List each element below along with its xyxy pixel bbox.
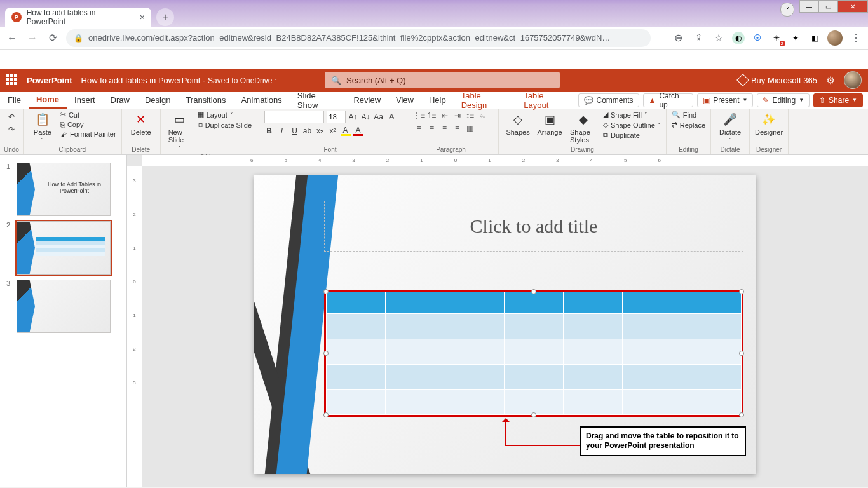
title-placeholder[interactable]: Click to add title	[324, 201, 743, 252]
chrome-profile-avatar[interactable]	[827, 30, 843, 46]
table[interactable]	[326, 292, 742, 415]
new-slide-button[interactable]: ▭New Slide˅	[166, 111, 194, 152]
shape-styles-button[interactable]: ◆Shape Styles	[567, 111, 599, 145]
tab-close-icon[interactable]: ×	[140, 12, 145, 22]
columns-icon[interactable]: ▥	[465, 123, 475, 133]
url-bar[interactable]: 🔒 onedrive.live.com/edit.aspx?action=edi…	[66, 29, 651, 47]
tab-transitions[interactable]: Transitions	[178, 92, 233, 109]
nav-forward-icon[interactable]: →	[25, 31, 39, 45]
settings-gear-icon[interactable]: ⚙	[826, 74, 835, 86]
bold-icon[interactable]: B	[264, 126, 275, 136]
resize-handle-w[interactable]	[323, 351, 329, 356]
window-close-button[interactable]: ✕	[837, 0, 868, 13]
format-painter-button[interactable]: 🖌Format Painter	[60, 130, 116, 138]
selected-table[interactable]	[324, 290, 743, 417]
resize-handle-se[interactable]	[739, 412, 744, 417]
shape-fill-button[interactable]: ◢Shape Fill˅	[603, 111, 661, 119]
cut-button[interactable]: ✂Cut	[60, 111, 116, 119]
strike-icon[interactable]: ab	[302, 126, 313, 136]
tab-insert[interactable]: Insert	[67, 92, 103, 109]
app-launcher-icon[interactable]	[6, 74, 18, 86]
tab-slideshow[interactable]: Slide Show	[290, 92, 346, 109]
italic-icon[interactable]: I	[277, 126, 287, 136]
paste-button[interactable]: 📋Paste˅	[29, 111, 57, 145]
resize-handle-s[interactable]	[531, 412, 536, 417]
justify-icon[interactable]: ≡	[452, 123, 463, 133]
replace-button[interactable]: ⇄Replace	[672, 121, 705, 129]
share-page-icon[interactable]: ⇪	[691, 31, 705, 45]
tab-table-design[interactable]: Table Design	[454, 92, 517, 109]
shape-outline-button[interactable]: ◇Shape Outline˅	[603, 121, 661, 129]
duplicate-slide-button[interactable]: ⧉Duplicate Slide	[198, 121, 252, 129]
window-minimize-button[interactable]: —	[799, 0, 818, 13]
find-button[interactable]: 🔍Find	[672, 111, 705, 119]
duplicate-shape-button[interactable]: ⧉Duplicate	[603, 131, 661, 139]
comments-button[interactable]: 💬Comments	[578, 93, 639, 107]
align-center-icon[interactable]: ≡	[427, 123, 437, 133]
resize-handle-n[interactable]	[531, 289, 536, 294]
tab-help[interactable]: Help	[421, 92, 454, 109]
editing-mode-button[interactable]: ✎Editing▼	[757, 93, 810, 107]
text-direction-icon[interactable]: ⎁	[478, 111, 488, 121]
browser-tab-active[interactable]: P How to add tables in PowerPoint ×	[5, 8, 151, 27]
extensions-puzzle-icon[interactable]: ✦	[789, 32, 802, 44]
resize-handle-nw[interactable]	[323, 289, 329, 294]
chrome-menu-icon[interactable]: ⋮	[849, 31, 863, 45]
buy-microsoft-button[interactable]: Buy Microsoft 365	[738, 76, 817, 85]
nav-back-icon[interactable]: ←	[5, 31, 19, 45]
new-tab-button[interactable]: +	[156, 8, 174, 26]
align-right-icon[interactable]: ≡	[440, 123, 450, 133]
side-panel-icon[interactable]: ◧	[808, 32, 821, 44]
font-color-icon[interactable]: A	[353, 126, 363, 136]
change-case-icon[interactable]: Aa	[374, 112, 384, 122]
grow-font-icon[interactable]: A↑	[348, 112, 358, 122]
slide-canvas-area[interactable]: Click to add title	[142, 166, 868, 487]
thumbnail-3[interactable]: 3	[0, 277, 126, 336]
tab-view[interactable]: View	[388, 92, 421, 109]
clear-format-icon[interactable]: A̶	[386, 112, 397, 122]
superscript-icon[interactable]: x²	[328, 126, 338, 136]
dictate-button[interactable]: 🎤Dictate˅	[716, 111, 744, 145]
catch-up-button[interactable]: ▲Catch up	[643, 93, 694, 107]
window-maximize-button[interactable]: ▭	[818, 0, 837, 13]
indent-inc-icon[interactable]: ⇥	[452, 111, 463, 121]
arrange-button[interactable]: ▣Arrange	[536, 111, 564, 137]
align-left-icon[interactable]: ≡	[414, 123, 424, 133]
bookmark-star-icon[interactable]: ☆	[712, 31, 726, 45]
tab-review[interactable]: Review	[346, 92, 388, 109]
resize-handle-sw[interactable]	[323, 412, 329, 417]
tab-home[interactable]: Home	[29, 92, 67, 109]
present-button[interactable]: ▣Present▼	[697, 93, 753, 107]
extension-icon-1[interactable]: ◐	[732, 32, 745, 44]
slide-thumbnail-panel[interactable]: 1 How to Add Tables in PowerPoint 2 3	[0, 155, 127, 487]
copy-button[interactable]: ⎘Copy	[60, 121, 116, 128]
font-family-select[interactable]	[264, 111, 324, 123]
thumbnail-2[interactable]: 2	[0, 219, 126, 277]
window-restore-down-icon[interactable]: ˅	[780, 3, 794, 17]
extension-icon-3[interactable]: ✳2	[770, 32, 783, 44]
indent-dec-icon[interactable]: ⇤	[440, 111, 450, 121]
line-spacing-icon[interactable]: ↕≡	[465, 111, 475, 121]
thumbnail-1[interactable]: 1 How to Add Tables in PowerPoint	[0, 160, 126, 219]
undo-icon[interactable]: ↶	[6, 112, 17, 122]
subscript-icon[interactable]: x₂	[315, 126, 325, 136]
document-title[interactable]: How to add tables in PowerPoint - Saved …	[81, 76, 278, 85]
share-button[interactable]: ⇧Share▼	[813, 93, 863, 107]
designer-button[interactable]: ✨Designer	[755, 111, 783, 137]
extension-icon-2[interactable]: ⦿	[751, 32, 764, 44]
layout-button[interactable]: ▦Layout˅	[198, 111, 252, 119]
zoom-icon[interactable]: ⊖	[671, 31, 685, 45]
underline-icon[interactable]: U	[290, 126, 300, 136]
nav-reload-icon[interactable]: ⟳	[46, 31, 60, 45]
bullets-icon[interactable]: ⋮≡	[414, 111, 424, 121]
delete-button[interactable]: ✕Delete	[127, 111, 155, 137]
tab-animations[interactable]: Animations	[234, 92, 290, 109]
account-avatar[interactable]	[844, 71, 862, 89]
resize-handle-e[interactable]	[739, 351, 744, 356]
redo-icon[interactable]: ↷	[6, 125, 17, 135]
font-size-select[interactable]	[327, 111, 346, 123]
resize-handle-ne[interactable]	[739, 289, 744, 294]
shrink-font-icon[interactable]: A↓	[361, 112, 371, 122]
tab-draw[interactable]: Draw	[103, 92, 137, 109]
slide[interactable]: Click to add title	[254, 175, 756, 474]
